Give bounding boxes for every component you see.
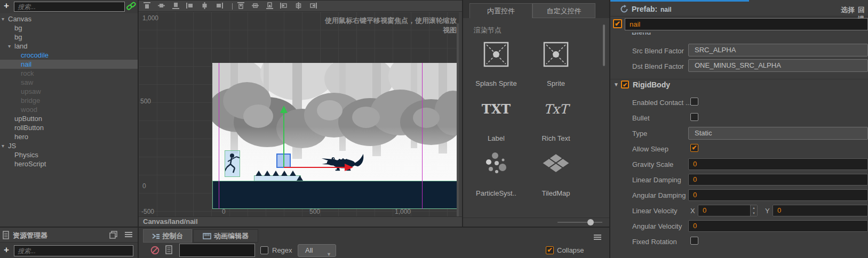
tab-custom-widgets[interactable]: 自定义控件 bbox=[532, 3, 595, 18]
zoom-slider-track[interactable] bbox=[558, 222, 602, 223]
property-checkbox[interactable] bbox=[690, 98, 698, 106]
tree-item-heroscript[interactable]: heroScript bbox=[0, 159, 138, 168]
prefab-select-button[interactable]: 选择 bbox=[841, 5, 855, 15]
property-label: Enabled Contact ... bbox=[632, 99, 691, 107]
widget-rich-text[interactable]: TxTRich Text bbox=[528, 91, 584, 144]
expand-arrow-icon[interactable]: ▾ bbox=[2, 141, 4, 150]
align-top-icon[interactable] bbox=[142, 2, 153, 11]
tree-item-canvas[interactable]: ▾Canvas bbox=[0, 14, 138, 23]
widget-splash-sprite[interactable]: Splash Sprite bbox=[468, 36, 524, 90]
hierarchy-tree: ▾Canvasbgbg▾landcrocodilenailrocksawupsa… bbox=[0, 14, 138, 168]
tree-item-land[interactable]: ▾land bbox=[0, 42, 138, 51]
align-vcenter-icon[interactable] bbox=[157, 2, 168, 11]
hierarchy-search-input[interactable] bbox=[14, 2, 125, 12]
align-hcenter-icon[interactable] bbox=[200, 2, 211, 11]
stretch-right-icon[interactable] bbox=[308, 2, 319, 11]
tab-builtin-widgets[interactable]: 内置控件 bbox=[469, 3, 532, 18]
property-value-input[interactable]: 0 bbox=[688, 174, 868, 186]
tree-item-upsaw[interactable]: upsaw bbox=[0, 87, 138, 96]
rigidbody-enabled-checkbox[interactable]: ✔ bbox=[621, 80, 629, 88]
property-checkbox[interactable]: ✔ bbox=[690, 144, 698, 152]
stretch-vcenter-icon[interactable] bbox=[251, 2, 261, 11]
tree-item-wood[interactable]: wood bbox=[0, 105, 138, 114]
console-menu-icon[interactable] bbox=[593, 234, 602, 240]
scene-scrollbar[interactable] bbox=[457, 23, 459, 227]
tree-item-js[interactable]: ▾JS bbox=[0, 141, 138, 150]
collapse-arrow-icon[interactable]: ▼ bbox=[614, 82, 619, 87]
expand-arrow-icon[interactable]: ▾ bbox=[2, 14, 4, 23]
property-value-input[interactable]: 0 bbox=[688, 220, 868, 232]
node-name-input[interactable] bbox=[625, 18, 868, 30]
dst-blend-dropdown[interactable]: ONE_MINUS_SRC_ALPHA bbox=[688, 59, 868, 72]
tree-item-nail[interactable]: nail bbox=[0, 60, 138, 69]
regex-label: Regex bbox=[272, 246, 292, 254]
assets-search-input[interactable] bbox=[14, 245, 133, 256]
tiledmap-icon bbox=[528, 150, 584, 178]
tree-item-rock[interactable]: rock bbox=[0, 69, 138, 78]
add-node-button[interactable]: + bbox=[2, 2, 11, 10]
prefab-sync-icon[interactable] bbox=[620, 5, 628, 13]
widget-tiledmap[interactable]: TiledMap bbox=[528, 146, 584, 199]
log-file-icon[interactable] bbox=[165, 245, 173, 254]
duplicate-view-icon[interactable] bbox=[109, 231, 119, 239]
tree-item-hero[interactable]: hero bbox=[0, 132, 138, 141]
gizmo-axis-x[interactable] bbox=[284, 167, 346, 168]
node-enabled-checkbox[interactable]: ✔ bbox=[613, 19, 622, 28]
align-right-icon[interactable] bbox=[214, 2, 225, 11]
tab-animation-editor[interactable]: 动画编辑器 bbox=[193, 229, 258, 243]
widget-particlesyst-[interactable]: ParticleSyst.. bbox=[468, 146, 524, 199]
collapse-checkbox[interactable]: ✔ bbox=[546, 246, 554, 254]
crocodile-node[interactable] bbox=[321, 151, 365, 172]
tree-item-saw[interactable]: saw bbox=[0, 78, 138, 87]
tree-item-crocodile[interactable]: crocodile bbox=[0, 51, 138, 60]
tree-item-rollbutton[interactable]: rollButton bbox=[0, 123, 138, 132]
widgets-footer bbox=[463, 217, 609, 227]
x-value-input[interactable]: 0▲▼ bbox=[698, 205, 758, 216]
widget-sprite[interactable]: Sprite bbox=[528, 36, 584, 90]
value-stepper[interactable]: ▲▼ bbox=[750, 205, 757, 216]
src-blend-dropdown[interactable]: SRC_ALPHA bbox=[688, 44, 868, 57]
tree-item-bg[interactable]: bg bbox=[0, 23, 138, 33]
y-value-input[interactable]: 0 bbox=[773, 205, 868, 216]
tree-item-label: Canvas bbox=[8, 14, 31, 23]
tree-item-bg[interactable]: bg bbox=[0, 33, 138, 42]
gizmo-arrow-up-icon[interactable] bbox=[280, 106, 288, 113]
tree-item-physics[interactable]: Physics bbox=[0, 150, 138, 159]
align-bottom-icon[interactable] bbox=[171, 2, 182, 11]
game-viewport[interactable] bbox=[212, 63, 459, 209]
link-prefab-icon[interactable] bbox=[126, 2, 137, 11]
stretch-hcenter-icon[interactable] bbox=[294, 2, 305, 11]
hero-node[interactable] bbox=[225, 150, 240, 177]
property-checkbox[interactable] bbox=[690, 237, 698, 245]
property-value-input[interactable]: 0 bbox=[688, 158, 868, 170]
gizmo-axis-y[interactable] bbox=[283, 112, 284, 167]
stretch-left-icon[interactable] bbox=[280, 2, 290, 11]
tree-item-bridge[interactable]: bridge bbox=[0, 96, 138, 105]
console-filter-input[interactable] bbox=[179, 244, 255, 257]
type-dropdown[interactable]: Static bbox=[688, 127, 868, 140]
widget-label[interactable]: TXTLabel bbox=[468, 91, 524, 144]
gizmo-arrow-right-icon[interactable] bbox=[345, 164, 353, 171]
align-left-icon[interactable] bbox=[186, 2, 196, 11]
log-level-dropdown[interactable]: All▼ bbox=[298, 244, 336, 257]
clear-console-icon[interactable] bbox=[150, 246, 160, 255]
property-checkbox[interactable] bbox=[690, 113, 698, 121]
assets-file-icon bbox=[3, 231, 12, 239]
spikes-node[interactable] bbox=[254, 175, 301, 181]
property-value-input[interactable]: 0 bbox=[688, 189, 868, 201]
add-asset-button[interactable]: + bbox=[2, 246, 11, 254]
scene-canvas[interactable]: 1,000 500 0 -500 0 500 1,000 使用鼠标右键平移视窗焦… bbox=[139, 12, 459, 216]
widgets-scrollbar[interactable] bbox=[603, 25, 605, 66]
assets-menu-icon[interactable] bbox=[124, 231, 134, 239]
tree-item-upbutton[interactable]: upButton bbox=[0, 114, 138, 123]
hierarchy-panel: + ▾Canvasbgbg▾landcrocodilenailrocksawup… bbox=[0, 0, 138, 227]
tab-console[interactable]: 控制台 bbox=[143, 229, 192, 243]
expand-arrow-icon[interactable]: ▾ bbox=[8, 42, 11, 51]
stretch-bottom-icon[interactable] bbox=[265, 2, 276, 11]
stretch-top-icon[interactable] bbox=[236, 2, 247, 11]
zoom-slider-handle[interactable] bbox=[587, 219, 594, 225]
scene-toolbar bbox=[139, 0, 462, 12]
regex-checkbox[interactable] bbox=[260, 246, 268, 254]
scene-hint-text: 使用鼠标右键平移视窗焦点，使用滚轮缩放视图 bbox=[320, 16, 457, 35]
tree-item-label: Physics bbox=[14, 150, 38, 159]
